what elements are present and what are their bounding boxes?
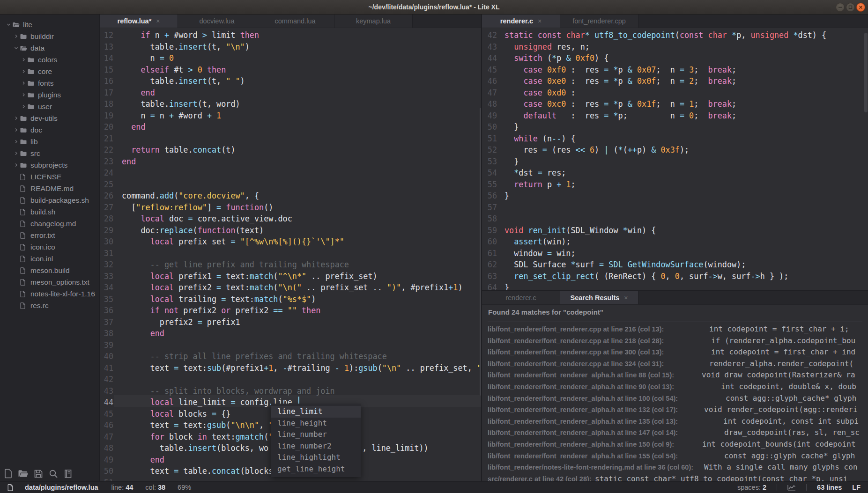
- right-tab-renderer-c[interactable]: renderer.c×: [482, 15, 560, 28]
- status-line-ending[interactable]: LF: [852, 484, 861, 491]
- new-file-icon[interactable]: [4, 469, 12, 478]
- tree-item-dev-utils[interactable]: dev-utils: [0, 112, 99, 124]
- search-icon[interactable]: [49, 469, 58, 478]
- save-icon[interactable]: [34, 469, 43, 478]
- tree-item-icon-inl[interactable]: icon.inl: [0, 253, 99, 265]
- search-result-row[interactable]: lib/font_renderer/font_renderer.cpp at l…: [482, 346, 868, 358]
- search-result-row[interactable]: lib/font_renderer/font_renderer_alpha.h …: [482, 427, 868, 439]
- tree-item-builddir[interactable]: builddir: [0, 30, 99, 42]
- tree-item-meson-options-txt[interactable]: meson_options.txt: [0, 276, 99, 288]
- close-button[interactable]: [856, 3, 865, 12]
- search-result-row[interactable]: lib/font_renderer/font_renderer.cpp at l…: [482, 358, 868, 370]
- folder-icon: [28, 92, 37, 98]
- tree-item-doc[interactable]: doc: [0, 124, 99, 136]
- left-tab-keymap-lua[interactable]: keymap.lua: [334, 15, 413, 28]
- left-tab-docview-lua[interactable]: docview.lua: [178, 15, 256, 28]
- tree-item-error-txt[interactable]: error.txt: [0, 229, 99, 241]
- search-result-path: lib/font_renderer/font_renderer.cpp at l…: [488, 324, 664, 335]
- right-editor-scrollbar[interactable]: [864, 33, 868, 112]
- line-number: 42: [482, 29, 497, 41]
- search-result-row[interactable]: lib/font_renderer/font_renderer_alpha.h …: [482, 450, 868, 462]
- search-result-row[interactable]: lib/font_renderer/font_renderer_alpha.h …: [482, 439, 868, 450]
- line-number: 25: [100, 179, 113, 191]
- tree-item-icon-ico[interactable]: icon.ico: [0, 241, 99, 253]
- search-result-row[interactable]: lib/font_renderer/font_renderer_alpha.h …: [482, 416, 868, 427]
- tab-close-icon[interactable]: ×: [538, 17, 542, 25]
- line-text: prefix2 = prefix1: [122, 317, 240, 327]
- line-number: 54: [482, 167, 497, 179]
- tree-item-src[interactable]: src: [0, 147, 99, 159]
- left-tab-reflow-lua[interactable]: reflow.lua*×: [100, 15, 178, 28]
- autocomplete-item[interactable]: line_height: [271, 418, 361, 429]
- status-col[interactable]: col: 38: [145, 484, 165, 491]
- line-text: local prefix1 = text:match("^\n*" .. pre…: [122, 272, 378, 281]
- line-text: end: [122, 122, 146, 132]
- tree-item-changelog-md[interactable]: changelog.md: [0, 218, 99, 229]
- file-icon: [20, 291, 30, 297]
- search-result-row[interactable]: lib/font_renderer/font_renderer.cpp at l…: [482, 335, 868, 347]
- code-line: 51 while (n--) {: [482, 133, 868, 145]
- tree-item-core[interactable]: core: [0, 66, 99, 77]
- left-tab-command-lua[interactable]: command.lua: [256, 15, 334, 28]
- code-line: 20 end: [100, 121, 481, 133]
- tree-item-build-sh[interactable]: build.sh: [0, 206, 99, 218]
- tree-item-user[interactable]: user: [0, 101, 99, 112]
- chevron-right-icon: [12, 34, 20, 38]
- tree-item-plugins[interactable]: plugins: [0, 89, 99, 101]
- book-icon[interactable]: [64, 469, 72, 478]
- performance-graph-icon[interactable]: [787, 485, 796, 491]
- autocomplete-item[interactable]: line_highlight: [271, 452, 361, 464]
- tab-close-icon[interactable]: ×: [156, 17, 160, 25]
- tree-item-res-rc[interactable]: res.rc: [0, 300, 99, 311]
- status-file-path[interactable]: data/plugins/reflow.lua: [25, 484, 98, 491]
- code-line: 36 if not prefix2 or prefix2 == "" then: [100, 305, 481, 316]
- bottom-tab-search-results[interactable]: Search Results×: [560, 291, 638, 304]
- tree-item-lite[interactable]: lite: [0, 19, 99, 30]
- tree-item-label: build.sh: [30, 208, 55, 216]
- autocomplete-item[interactable]: get_line_height: [271, 464, 361, 475]
- autocomplete-item[interactable]: line_limit: [271, 406, 361, 418]
- code-line: 45 case 0xf0 : res = *p & 0x07; n = 3; b…: [482, 64, 868, 76]
- search-result-snippet: int codepoint, const int subpi: [723, 416, 859, 427]
- status-scroll-percent[interactable]: 69%: [178, 484, 191, 491]
- search-result-row[interactable]: lib/font_renderer/font_renderer_alpha.h …: [482, 404, 868, 416]
- minimize-button[interactable]: [836, 3, 845, 12]
- code-line: 53 }: [482, 156, 868, 168]
- line-number: 22: [100, 144, 113, 156]
- tab-close-icon[interactable]: ×: [624, 294, 628, 302]
- search-result-row[interactable]: lib/font_renderer/font_renderer_alpha.h …: [482, 381, 868, 393]
- line-number: 60: [482, 236, 497, 248]
- status-line[interactable]: line: 44: [111, 484, 134, 491]
- tree-item-build-packages-sh[interactable]: build-packages.sh: [0, 194, 99, 206]
- tree-item-fonts[interactable]: fonts: [0, 77, 99, 89]
- chevron-right-icon: [20, 93, 28, 97]
- search-result-row[interactable]: src/renderer.c at line 42 (col 28):stati…: [482, 473, 868, 481]
- search-result-row[interactable]: lib/font_renderer/font_renderer_alpha.h …: [482, 369, 868, 381]
- status-indent-mode[interactable]: spaces: 2: [737, 484, 766, 491]
- search-result-snippet: With a single call many glyphs con: [704, 462, 858, 473]
- chevron-right-icon: [12, 151, 20, 155]
- search-result-row[interactable]: lib/font_renderer/font_renderer_alpha.h …: [482, 393, 868, 405]
- tree-item-colors[interactable]: colors: [0, 54, 99, 66]
- right-editor[interactable]: 42static const char* utf8_to_codepoint(c…: [482, 28, 868, 290]
- search-result-snippet: int codepoint = first_char + ind: [711, 346, 855, 358]
- bottom-tab-renderer-c[interactable]: renderer.c: [482, 291, 560, 304]
- tree-item-notes-lite-xl-for-1-16[interactable]: notes-lite-xl-for-1.16: [0, 288, 99, 300]
- maximize-button[interactable]: [846, 3, 855, 12]
- tree-item-readme-md[interactable]: README.md: [0, 183, 99, 194]
- search-result-row[interactable]: lib/font_renderer/font_renderer.cpp at l…: [482, 324, 868, 335]
- tree-item-meson-build[interactable]: meson.build: [0, 265, 99, 276]
- line-text: default : res = *p; n = 0; break;: [504, 111, 736, 120]
- tree-item-license[interactable]: LICENSE: [0, 171, 99, 183]
- autocomplete-item[interactable]: line_number: [271, 429, 361, 441]
- autocomplete-item[interactable]: line_number2: [271, 441, 361, 452]
- right-tab-font-renderer-cpp[interactable]: font_renderer.cpp: [560, 15, 638, 28]
- tree-item-label: README.md: [30, 184, 74, 193]
- open-folder-icon[interactable]: [18, 469, 28, 478]
- tree-item-subprojects[interactable]: subprojects: [0, 159, 99, 171]
- search-result-row[interactable]: lib/font_renderer/notes-lite-font-render…: [482, 462, 868, 473]
- line-text: assert(win);: [504, 237, 571, 246]
- tree-item-data[interactable]: data: [0, 42, 99, 54]
- left-editor-scrollbar[interactable]: [480, 108, 481, 396]
- tree-item-lib[interactable]: lib: [0, 136, 99, 147]
